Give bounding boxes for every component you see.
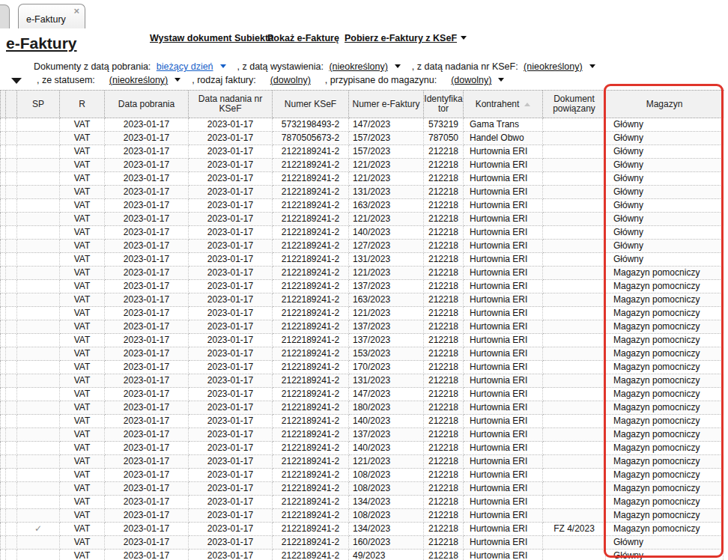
table-row[interactable]: VAT2023-01-172023-01-172122189241-2121/2…: [0, 213, 724, 226]
table-row[interactable]: VAT2023-01-172023-01-172122189241-2147/2…: [0, 388, 724, 401]
cell-r: VAT: [60, 145, 105, 159]
column-header-nk[interactable]: Numer KSeF: [273, 91, 349, 118]
table-row[interactable]: VAT2023-01-172023-01-172122189241-2153/2…: [0, 347, 724, 361]
cell-mag: Magazyn pomocniczy: [606, 320, 724, 334]
wystaw-dokument-link[interactable]: Wystaw dokument Subiekta: [150, 33, 273, 43]
table-row[interactable]: VAT2023-01-172023-01-172122189241-2108/2…: [0, 482, 724, 496]
pobierz-efaktury-link[interactable]: Pobierz e-Faktury z KSeF: [345, 33, 467, 43]
table-row[interactable]: VAT2023-01-172023-01-172122189241-2131/2…: [0, 186, 724, 199]
cell-dn: 2023-01-17: [189, 509, 273, 523]
table-row[interactable]: ✓VAT2023-01-172023-01-172122189241-2134/…: [0, 523, 724, 536]
cell-kontr: Gama Trans: [464, 118, 543, 132]
cell-dok: [543, 415, 606, 428]
filter-data-wystawienia-value[interactable]: (nieokreślony): [329, 61, 388, 72]
cell-ind: [6, 132, 17, 145]
column-header-sp[interactable]: SP: [17, 91, 60, 118]
cell-dok: [543, 213, 606, 226]
column-header-ident[interactable]: Identyfikator: [424, 91, 464, 118]
column-header-ne[interactable]: Numer e-Faktury: [349, 91, 424, 118]
cell-dp: 2023-01-17: [105, 482, 189, 496]
table-row[interactable]: VAT2023-01-172023-01-172122189241-2121/2…: [0, 172, 724, 186]
table-row[interactable]: VAT2023-01-172023-01-172122189241-2157/2…: [0, 145, 724, 159]
filter-data-pobrania-value[interactable]: bieżący dzień: [157, 61, 213, 72]
filter-magazyn-value[interactable]: (dowolny): [451, 75, 491, 85]
cell-sp: [17, 482, 60, 496]
cell-dn: 2023-01-17: [189, 401, 273, 415]
cell-sp: [17, 388, 60, 401]
table-row[interactable]: VAT2023-01-172023-01-172122189241-2131/2…: [0, 374, 724, 388]
cell-ind: [6, 361, 17, 374]
chevron-down-icon[interactable]: [498, 78, 504, 82]
filter-status-value[interactable]: (nieokreślony): [109, 75, 169, 85]
column-header-ind[interactable]: [6, 91, 17, 118]
cell-dn: 2023-01-17: [189, 172, 273, 186]
cell-mark: [0, 523, 6, 536]
table-row[interactable]: VAT2023-01-172023-01-172122189241-2121/2…: [0, 307, 724, 320]
table-row[interactable]: VAT2023-01-172023-01-172122189241-2163/2…: [0, 293, 724, 307]
column-header-mag[interactable]: Magazyn: [606, 91, 724, 118]
cell-mark: [0, 213, 6, 226]
table-row[interactable]: VAT2023-01-172023-01-172122189241-2127/2…: [0, 240, 724, 253]
table-row[interactable]: VAT2023-01-172023-01-172122189241-2180/2…: [0, 401, 724, 415]
partial-tab-edge: [0, 4, 10, 28]
table-row[interactable]: VAT2023-01-172023-01-172122189241-2131/2…: [0, 253, 724, 267]
cell-mag: Magazyn pomocniczy: [606, 428, 724, 442]
column-header-r[interactable]: R: [60, 91, 105, 118]
table-row[interactable]: VAT2023-01-172023-01-172122189241-2108/2…: [0, 469, 724, 482]
table-row[interactable]: VAT2023-01-172023-01-172122189241-2134/2…: [0, 496, 724, 509]
cell-kontr: Hurtownia ERI: [464, 253, 543, 267]
table-row[interactable]: VAT2023-01-172023-01-172122189241-2160/2…: [0, 536, 724, 550]
chevron-down-icon[interactable]: [220, 64, 226, 68]
cell-r: VAT: [60, 347, 105, 361]
table-row[interactable]: VAT2023-01-172023-01-172122189241-2121/2…: [0, 455, 724, 469]
cell-dok: [543, 320, 606, 334]
filter-data-nadania-label: , z datą nadania nr KSeF:: [412, 61, 518, 72]
cell-nk: 2122189241-2: [273, 509, 349, 523]
close-icon[interactable]: ×: [73, 6, 79, 16]
table-row[interactable]: VAT2023-01-172023-01-172122189241-2137/2…: [0, 334, 724, 347]
table-row[interactable]: VAT2023-01-172023-01-172122189241-2137/2…: [0, 280, 724, 293]
cell-ne: 147/2023: [349, 118, 424, 132]
table-row[interactable]: VAT2023-01-172023-01-172122189241-2140/2…: [0, 226, 724, 240]
tab-e-faktury[interactable]: e-Faktury ×: [18, 4, 85, 28]
table-row[interactable]: VAT2023-01-172023-01-172122189241-2140/2…: [0, 442, 724, 455]
filter-rodzaj-value[interactable]: (dowolny): [270, 75, 311, 85]
column-header-dp[interactable]: Data pobrania: [105, 91, 189, 118]
cell-sp: [17, 172, 60, 186]
cell-mark: [0, 226, 6, 240]
chevron-down-icon[interactable]: [395, 64, 401, 68]
cell-r: VAT: [60, 226, 105, 240]
table-row[interactable]: VAT2023-01-172023-01-175732198493-2147/2…: [0, 118, 724, 132]
table-row[interactable]: VAT2023-01-172023-01-172122189241-2137/2…: [0, 428, 724, 442]
table-row[interactable]: VAT2023-01-172023-01-172122189241-2137/2…: [0, 320, 724, 334]
cell-dn: 2023-01-17: [189, 347, 273, 361]
table-row[interactable]: VAT2023-01-172023-01-172122189241-249/20…: [0, 550, 724, 560]
column-header-label: Data nadania nr KSeF: [189, 94, 272, 114]
table-row[interactable]: VAT2023-01-172023-01-172122189241-2163/2…: [0, 199, 724, 213]
chevron-down-icon[interactable]: [589, 64, 595, 68]
filter-collapse-toggle-icon[interactable]: [11, 78, 22, 84]
table-row[interactable]: VAT2023-01-172023-01-172122189241-2140/2…: [0, 415, 724, 428]
cell-ident: 212218: [424, 145, 464, 159]
cell-mag: Magazyn pomocniczy: [606, 509, 724, 523]
cell-kontr: Hurtownia ERI: [464, 415, 543, 428]
table-row[interactable]: VAT2023-01-172023-01-172122189241-2121/2…: [0, 159, 724, 172]
pokaz-efakture-link[interactable]: Pokaż e-Fakturę: [267, 33, 339, 43]
column-header-dok[interactable]: Dokument powiązany: [543, 91, 606, 118]
column-header-label: Kontrahent: [476, 100, 520, 109]
column-header-kontr[interactable]: Kontrahent: [464, 91, 543, 118]
cell-nk: 2122189241-2: [273, 415, 349, 428]
filter-magazyn-label: , przypisane do magazynu:: [325, 75, 437, 85]
chevron-down-icon[interactable]: [175, 78, 181, 82]
column-header-dn[interactable]: Data nadania nr KSeF: [189, 91, 273, 118]
table-row[interactable]: VAT2023-01-172023-01-172122189241-2121/2…: [0, 267, 724, 280]
filter-data-nadania-value[interactable]: (nieokreślony): [524, 61, 583, 72]
table-row[interactable]: VAT2023-01-172023-01-172122189241-2108/2…: [0, 509, 724, 523]
cell-sp: [17, 280, 60, 293]
column-header-mark[interactable]: [0, 91, 6, 118]
table-row[interactable]: VAT2023-01-172023-01-177870505673-2157/2…: [0, 132, 724, 145]
table-row[interactable]: VAT2023-01-172023-01-172122189241-2170/2…: [0, 361, 724, 374]
cell-ind: [6, 442, 17, 455]
cell-kontr: Hurtownia ERI: [464, 199, 543, 213]
cell-sp: [17, 132, 60, 145]
